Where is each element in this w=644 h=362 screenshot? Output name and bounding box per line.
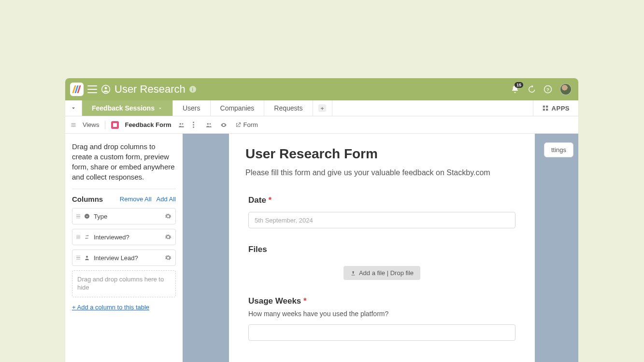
- apps-label: APPS: [552, 105, 570, 112]
- gear-icon[interactable]: [165, 234, 172, 240]
- svg-point-10: [207, 123, 209, 124]
- form-config-panel: Drag and drop columns to create a custom…: [65, 134, 183, 362]
- tab-label: Requests: [274, 104, 302, 112]
- help-icon[interactable]: ?: [544, 85, 552, 94]
- drag-handle-icon[interactable]: [76, 256, 80, 260]
- view-bar: Views Feedback Form Form: [65, 116, 578, 134]
- column-item-interviewed[interactable]: Interviewed?: [72, 229, 176, 245]
- form-subtitle[interactable]: Please fill this form and give us your v…: [245, 167, 518, 178]
- svg-rect-5: [546, 106, 548, 108]
- column-label: Type: [94, 213, 161, 220]
- svg-rect-6: [543, 109, 544, 111]
- app-logo[interactable]: [70, 83, 84, 96]
- avatar[interactable]: [560, 84, 572, 95]
- svg-text:?: ?: [546, 87, 549, 92]
- upload-icon: [350, 270, 356, 276]
- tab-companies[interactable]: Companies: [211, 100, 265, 116]
- field-label-text: Usage Weeks: [248, 296, 301, 306]
- tab-label: Companies: [220, 104, 255, 112]
- tab-label: Users: [183, 104, 200, 112]
- add-file-button[interactable]: Add a file | Drop file: [343, 266, 420, 280]
- drag-handle-icon[interactable]: [76, 235, 80, 239]
- main-area: Drag and drop columns to create a custom…: [65, 134, 578, 362]
- form-title[interactable]: User Research Form: [245, 146, 518, 162]
- add-all-link[interactable]: Add All: [157, 195, 176, 203]
- collaborators-icon[interactable]: [101, 84, 111, 94]
- field-files: Files Add a file | Drop file: [245, 245, 518, 280]
- column-label: Interview Lead?: [94, 254, 161, 262]
- workspace-title[interactable]: User Research: [114, 83, 186, 96]
- remove-all-link[interactable]: Remove All: [120, 195, 152, 203]
- panel-help-text: Drag and drop columns to create a custom…: [72, 141, 176, 182]
- column-item-interview-lead[interactable]: Interview Lead?: [72, 250, 176, 266]
- views-icon[interactable]: [70, 122, 77, 128]
- usage-weeks-input[interactable]: [248, 324, 515, 341]
- dropdown-type-icon: [84, 213, 90, 219]
- expand-toggle[interactable]: [65, 100, 82, 116]
- form-canvas: ttings User Research Form Please fill th…: [183, 134, 578, 362]
- field-label-files: Files: [248, 245, 515, 254]
- share-view-icon[interactable]: [177, 122, 185, 128]
- person-type-icon: [84, 255, 90, 261]
- notification-badge: 15: [515, 82, 523, 88]
- views-label[interactable]: Views: [83, 121, 99, 128]
- field-label-date: Date *: [248, 195, 515, 205]
- form-mode-label: Form: [243, 121, 258, 128]
- field-label-text: Date: [248, 195, 266, 205]
- svg-rect-7: [546, 109, 548, 111]
- gear-icon[interactable]: [165, 254, 172, 261]
- notifications-button[interactable]: 15: [511, 85, 519, 94]
- add-table-button[interactable]: +: [313, 100, 332, 116]
- field-label-usage-weeks: Usage Weeks *: [248, 296, 515, 306]
- form-preview: User Research Form Please fill this form…: [229, 134, 535, 362]
- tab-users[interactable]: Users: [173, 100, 211, 116]
- menu-icon[interactable]: [87, 85, 97, 93]
- info-icon[interactable]: i: [189, 86, 196, 93]
- required-marker: *: [303, 296, 307, 306]
- field-usage-weeks: Usage Weeks * How many weeks have you us…: [245, 296, 518, 341]
- history-icon[interactable]: [527, 85, 536, 94]
- svg-point-13: [86, 256, 88, 258]
- swap-type-icon: [84, 234, 90, 240]
- preview-icon[interactable]: [219, 122, 228, 128]
- add-column-link[interactable]: + Add a column to this table: [72, 304, 149, 311]
- svg-point-12: [85, 214, 89, 219]
- drag-handle-icon[interactable]: [76, 214, 80, 219]
- tab-feedback-sessions[interactable]: Feedback Sessions: [82, 100, 173, 116]
- required-marker: *: [269, 195, 272, 205]
- current-view-name[interactable]: Feedback Form: [125, 121, 171, 128]
- form-settings-button[interactable]: ttings: [544, 142, 573, 157]
- svg-rect-4: [543, 106, 544, 108]
- hide-columns-dropzone[interactable]: Drag and drop columns here to hide: [72, 270, 176, 297]
- svg-point-1: [105, 87, 107, 89]
- gear-icon[interactable]: [165, 213, 172, 220]
- field-description: How many weeks have you used the platfor…: [248, 310, 515, 318]
- column-label: Interviewed?: [94, 234, 161, 241]
- date-input[interactable]: [248, 212, 515, 228]
- app-header: User Research i 15 ?: [65, 78, 578, 100]
- columns-heading: Columns: [72, 195, 103, 203]
- svg-point-9: [182, 123, 183, 125]
- field-date: Date *: [245, 195, 518, 228]
- apps-button[interactable]: APPS: [533, 100, 578, 116]
- app-window: User Research i 15 ? Feedback Sessions: [65, 78, 578, 362]
- svg-point-11: [209, 123, 211, 125]
- tab-label: Feedback Sessions: [92, 104, 155, 112]
- tab-requests[interactable]: Requests: [264, 100, 313, 116]
- view-options-icon[interactable]: [191, 122, 196, 128]
- add-file-label: Add a file | Drop file: [359, 269, 414, 277]
- collaborators-view-icon[interactable]: [205, 122, 213, 128]
- form-mode-button[interactable]: Form: [235, 121, 258, 128]
- column-item-type[interactable]: Type: [72, 208, 176, 224]
- svg-point-8: [179, 123, 181, 124]
- form-view-icon: [111, 121, 119, 129]
- tables-tabs: Feedback Sessions Users Companies Reques…: [65, 100, 578, 116]
